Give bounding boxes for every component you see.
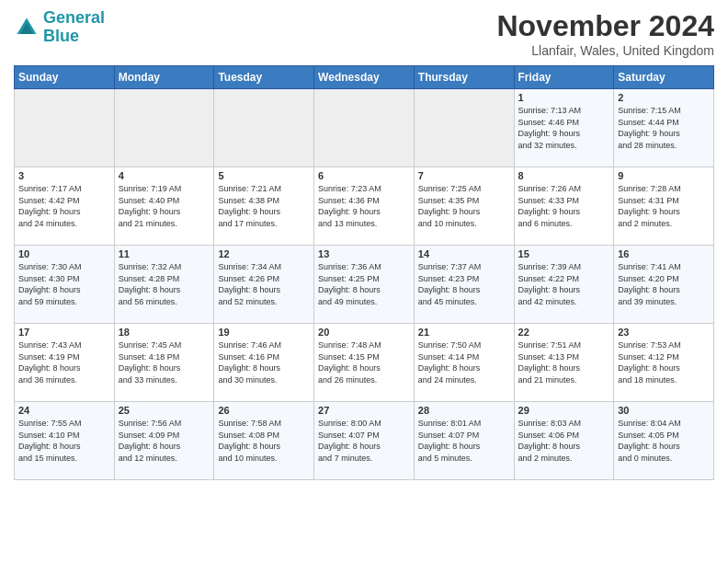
day-info: Sunrise: 7:17 AM Sunset: 4:42 PM Dayligh… <box>18 183 110 229</box>
location: Llanfair, Wales, United Kingdom <box>496 43 714 58</box>
day-number: 21 <box>418 327 510 338</box>
day-info: Sunrise: 7:50 AM Sunset: 4:14 PM Dayligh… <box>418 339 510 385</box>
day-number: 9 <box>618 170 710 181</box>
day-info: Sunrise: 7:45 AM Sunset: 4:18 PM Dayligh… <box>119 339 210 385</box>
logo-line2: Blue <box>43 27 79 45</box>
day-cell: 30Sunrise: 8:04 AM Sunset: 4:05 PM Dayli… <box>614 402 714 480</box>
day-info: Sunrise: 7:28 AM Sunset: 4:31 PM Dayligh… <box>618 183 710 229</box>
day-number: 19 <box>218 327 310 338</box>
day-number: 14 <box>418 248 510 259</box>
day-number: 26 <box>218 405 310 416</box>
day-cell: 22Sunrise: 7:51 AM Sunset: 4:13 PM Dayli… <box>514 324 614 402</box>
day-info: Sunrise: 8:00 AM Sunset: 4:07 PM Dayligh… <box>318 418 410 464</box>
day-info: Sunrise: 8:01 AM Sunset: 4:07 PM Dayligh… <box>418 418 510 464</box>
day-cell: 4Sunrise: 7:19 AM Sunset: 4:40 PM Daylig… <box>114 167 214 246</box>
day-number: 20 <box>318 327 410 338</box>
day-number: 27 <box>318 405 410 416</box>
day-info: Sunrise: 7:56 AM Sunset: 4:09 PM Dayligh… <box>119 418 210 464</box>
day-info: Sunrise: 7:23 AM Sunset: 4:36 PM Dayligh… <box>318 183 410 229</box>
day-cell <box>314 89 415 167</box>
day-cell: 8Sunrise: 7:26 AM Sunset: 4:33 PM Daylig… <box>514 167 614 246</box>
day-info: Sunrise: 7:34 AM Sunset: 4:26 PM Dayligh… <box>218 261 310 307</box>
col-sunday: Sunday <box>15 66 115 89</box>
day-number: 15 <box>518 248 610 259</box>
day-number: 5 <box>218 170 310 181</box>
logo-line1: General <box>43 8 105 27</box>
col-friday: Friday <box>514 66 614 89</box>
day-number: 25 <box>119 405 210 416</box>
day-number: 13 <box>318 248 410 259</box>
day-number: 28 <box>418 405 510 416</box>
day-info: Sunrise: 7:36 AM Sunset: 4:25 PM Dayligh… <box>318 261 410 307</box>
col-wednesday: Wednesday <box>314 66 415 89</box>
day-cell: 24Sunrise: 7:55 AM Sunset: 4:10 PM Dayli… <box>15 402 115 480</box>
day-cell: 1Sunrise: 7:13 AM Sunset: 4:46 PM Daylig… <box>514 89 614 167</box>
day-cell: 14Sunrise: 7:37 AM Sunset: 4:23 PM Dayli… <box>414 246 514 324</box>
day-cell: 19Sunrise: 7:46 AM Sunset: 4:16 PM Dayli… <box>214 324 314 402</box>
day-info: Sunrise: 7:15 AM Sunset: 4:44 PM Dayligh… <box>618 105 710 151</box>
day-info: Sunrise: 7:19 AM Sunset: 4:40 PM Dayligh… <box>119 183 210 229</box>
day-number: 11 <box>119 248 210 259</box>
day-cell: 23Sunrise: 7:53 AM Sunset: 4:12 PM Dayli… <box>614 324 714 402</box>
day-cell <box>414 89 514 167</box>
col-tuesday: Tuesday <box>214 66 314 89</box>
day-info: Sunrise: 7:41 AM Sunset: 4:20 PM Dayligh… <box>618 261 710 307</box>
day-number: 24 <box>18 405 110 416</box>
day-info: Sunrise: 7:51 AM Sunset: 4:13 PM Dayligh… <box>518 339 610 385</box>
day-cell: 17Sunrise: 7:43 AM Sunset: 4:19 PM Dayli… <box>15 324 115 402</box>
day-number: 22 <box>518 327 610 338</box>
day-cell: 6Sunrise: 7:23 AM Sunset: 4:36 PM Daylig… <box>314 167 415 246</box>
page-container: General Blue November 2024 Llanfair, Wal… <box>0 0 728 485</box>
day-cell: 20Sunrise: 7:48 AM Sunset: 4:15 PM Dayli… <box>314 324 415 402</box>
day-number: 30 <box>618 405 710 416</box>
logo-icon <box>14 15 40 40</box>
calendar-body: 1Sunrise: 7:13 AM Sunset: 4:46 PM Daylig… <box>15 89 714 480</box>
day-info: Sunrise: 7:30 AM Sunset: 4:30 PM Dayligh… <box>18 261 110 307</box>
day-info: Sunrise: 7:13 AM Sunset: 4:46 PM Dayligh… <box>518 105 610 151</box>
day-cell: 18Sunrise: 7:45 AM Sunset: 4:18 PM Dayli… <box>114 324 214 402</box>
day-cell: 16Sunrise: 7:41 AM Sunset: 4:20 PM Dayli… <box>614 246 714 324</box>
day-cell <box>214 89 314 167</box>
logo: General Blue <box>14 9 105 46</box>
day-cell <box>15 89 115 167</box>
week-row-4: 17Sunrise: 7:43 AM Sunset: 4:19 PM Dayli… <box>15 324 714 402</box>
day-cell: 9Sunrise: 7:28 AM Sunset: 4:31 PM Daylig… <box>614 167 714 246</box>
day-cell: 29Sunrise: 8:03 AM Sunset: 4:06 PM Dayli… <box>514 402 614 480</box>
day-cell: 3Sunrise: 7:17 AM Sunset: 4:42 PM Daylig… <box>15 167 115 246</box>
day-number: 2 <box>618 92 710 103</box>
day-cell: 13Sunrise: 7:36 AM Sunset: 4:25 PM Dayli… <box>314 246 415 324</box>
day-cell: 7Sunrise: 7:25 AM Sunset: 4:35 PM Daylig… <box>414 167 514 246</box>
month-title: November 2024 <box>496 9 714 43</box>
day-info: Sunrise: 8:03 AM Sunset: 4:06 PM Dayligh… <box>518 418 610 464</box>
day-cell <box>114 89 214 167</box>
day-info: Sunrise: 7:53 AM Sunset: 4:12 PM Dayligh… <box>618 339 710 385</box>
day-cell: 15Sunrise: 7:39 AM Sunset: 4:22 PM Dayli… <box>514 246 614 324</box>
week-row-3: 10Sunrise: 7:30 AM Sunset: 4:30 PM Dayli… <box>15 246 714 324</box>
day-info: Sunrise: 7:58 AM Sunset: 4:08 PM Dayligh… <box>218 418 310 464</box>
day-number: 1 <box>518 92 610 103</box>
day-info: Sunrise: 7:32 AM Sunset: 4:28 PM Dayligh… <box>119 261 210 307</box>
day-cell: 11Sunrise: 7:32 AM Sunset: 4:28 PM Dayli… <box>114 246 214 324</box>
day-cell: 12Sunrise: 7:34 AM Sunset: 4:26 PM Dayli… <box>214 246 314 324</box>
day-info: Sunrise: 7:43 AM Sunset: 4:19 PM Dayligh… <box>18 339 110 385</box>
day-number: 3 <box>18 170 110 181</box>
week-row-5: 24Sunrise: 7:55 AM Sunset: 4:10 PM Dayli… <box>15 402 714 480</box>
day-cell: 21Sunrise: 7:50 AM Sunset: 4:14 PM Dayli… <box>414 324 514 402</box>
header-row: Sunday Monday Tuesday Wednesday Thursday… <box>15 66 714 89</box>
header: General Blue November 2024 Llanfair, Wal… <box>14 9 714 58</box>
day-info: Sunrise: 7:25 AM Sunset: 4:35 PM Dayligh… <box>418 183 510 229</box>
day-cell: 5Sunrise: 7:21 AM Sunset: 4:38 PM Daylig… <box>214 167 314 246</box>
week-row-1: 1Sunrise: 7:13 AM Sunset: 4:46 PM Daylig… <box>15 89 714 167</box>
day-number: 7 <box>418 170 510 181</box>
calendar-table: Sunday Monday Tuesday Wednesday Thursday… <box>14 65 714 480</box>
day-number: 6 <box>318 170 410 181</box>
day-number: 16 <box>618 248 710 259</box>
day-cell: 10Sunrise: 7:30 AM Sunset: 4:30 PM Dayli… <box>15 246 115 324</box>
day-number: 8 <box>518 170 610 181</box>
col-thursday: Thursday <box>414 66 514 89</box>
day-info: Sunrise: 7:26 AM Sunset: 4:33 PM Dayligh… <box>518 183 610 229</box>
col-saturday: Saturday <box>614 66 714 89</box>
day-cell: 2Sunrise: 7:15 AM Sunset: 4:44 PM Daylig… <box>614 89 714 167</box>
day-number: 23 <box>618 327 710 338</box>
col-monday: Monday <box>114 66 214 89</box>
